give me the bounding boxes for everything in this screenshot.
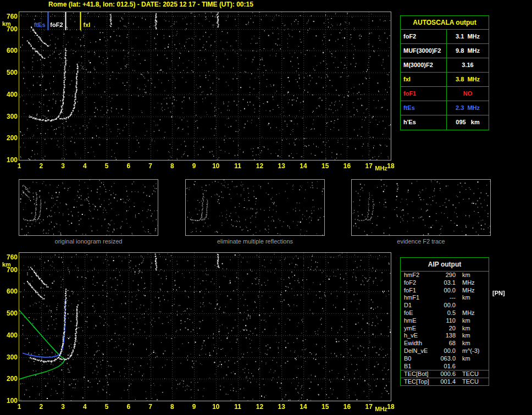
x-axis-tick: 11 — [232, 163, 243, 169]
autoscala-row-M(3000)F2: M(3000)F23.16 — [401, 58, 489, 73]
param-label: ymE — [401, 325, 435, 333]
param-unit: km — [456, 355, 470, 363]
aip-output-table: AIP output hmF2290kmfoF203.1MHzfoF100.0M… — [400, 257, 489, 386]
param-value: 3.1 MHz — [447, 30, 489, 43]
thumbnail-evidence-f2-trace — [351, 179, 491, 236]
x-axis-tick: 5 — [101, 403, 112, 410]
param-value: 3.16 — [447, 58, 489, 72]
aip-ionogram-plot — [19, 252, 391, 401]
y-axis-unit-label: km — [2, 261, 18, 268]
param-label: M(3000)F2 — [401, 58, 447, 72]
x-axis-tick: 10 — [210, 403, 221, 410]
param-value: 138 — [435, 332, 456, 340]
param-unit: m^(-3) — [456, 347, 479, 355]
param-value: NO — [447, 87, 489, 101]
param-unit: km — [456, 272, 470, 279]
param-label: B1 — [401, 363, 435, 370]
x-axis-tick: 4 — [79, 403, 90, 410]
param-label: foE — [401, 309, 435, 317]
aip-row-h_vE: h_vE138km — [401, 332, 489, 340]
param-unit: km — [456, 317, 470, 325]
param-value: 0.5 — [435, 309, 456, 317]
aip-table-header: AIP output — [401, 258, 489, 272]
param-label: MUF(3000)F2 — [401, 44, 447, 58]
autoscala-table-rows: foF23.1 MHzMUF(3000)F29.8 MHzM(3000)F23.… — [401, 30, 489, 130]
x-axis-tick: 18 — [385, 163, 396, 169]
param-label: hmE — [401, 317, 435, 325]
param-value: 20 — [435, 325, 456, 333]
param-value: 110 — [435, 317, 456, 325]
x-axis-tick: 4 — [79, 163, 90, 169]
param-label: h'Es — [401, 115, 447, 130]
param-unit — [456, 302, 462, 309]
x-axis-tick: 3 — [58, 403, 69, 410]
x-axis-tick: 16 — [341, 163, 352, 169]
x-axis-tick: 13 — [276, 403, 287, 410]
x-axis-tick: 10 — [210, 163, 221, 169]
aip-row-B1: B101.6 — [401, 363, 489, 370]
y-axis-tick: 100 — [2, 157, 18, 163]
param-label: hmF1 — [401, 294, 435, 302]
param-value: 000.6 — [435, 370, 456, 378]
param-label: Ewidth — [401, 340, 435, 347]
param-unit: MHz — [456, 309, 475, 317]
x-axis-tick: 12 — [254, 403, 265, 410]
aip-row-foF2: foF203.1MHz — [401, 279, 489, 287]
y-axis-tick: 200 — [2, 375, 18, 382]
y-axis-tick: 600 — [2, 288, 18, 295]
x-axis-tick: 14 — [298, 163, 309, 169]
aip-row-foF1: foF100.0MHz — [401, 287, 489, 295]
param-label: hmF2 — [401, 272, 435, 279]
param-label: ftEs — [401, 101, 447, 115]
param-unit: TECU — [456, 370, 479, 378]
x-axis-tick: 5 — [101, 163, 112, 169]
y-axis-unit-label: km — [2, 20, 18, 27]
autoscala-row-fxI: fxI3.8 MHz — [401, 73, 489, 87]
autoscala-row-foF2: foF23.1 MHz — [401, 30, 489, 44]
x-axis-tick: 9 — [189, 163, 199, 169]
param-label: h_vE — [401, 332, 435, 340]
y-axis-tick: 200 — [2, 135, 18, 141]
aip-row-foE: foE0.5MHz — [401, 309, 489, 317]
param-unit — [456, 363, 462, 370]
x-axis-tick: 15 — [320, 403, 331, 410]
param-value: 00.0 — [435, 347, 456, 355]
param-label: TEC[Top] — [401, 378, 435, 385]
x-axis-tick: 13 — [276, 163, 287, 169]
thumbnail-caption: original ionogram resized — [19, 238, 158, 245]
autoscala-row-h'Es: h'Es095 km — [401, 115, 489, 130]
y-axis-tick: 600 — [2, 47, 18, 54]
y-axis-tick: 700 — [2, 267, 18, 273]
y-axis-tick: 100 — [2, 397, 18, 404]
param-label: foF2 — [401, 279, 435, 287]
x-axis-tick: 6 — [123, 403, 134, 410]
param-value: 063.0 — [435, 355, 456, 363]
autoscala-table-header: AUTOSCALA output — [401, 16, 489, 30]
aip-row-ymE: ymE20km — [401, 325, 489, 333]
param-unit: km — [456, 325, 470, 333]
x-axis-tick: 18 — [385, 403, 396, 410]
y-axis-tick: 300 — [2, 354, 18, 361]
x-axis-tick: 8 — [167, 163, 178, 169]
y-axis-tick: 700 — [2, 26, 18, 32]
param-label: D1 — [401, 302, 435, 309]
y-axis-tick: 760 — [2, 254, 18, 261]
aip-row-hmF2: hmF2290km — [401, 272, 489, 279]
aip-row-B0: B0063.0km — [401, 355, 489, 363]
autoscala-row-foF1: foF1NO — [401, 87, 489, 101]
y-axis-tick: 300 — [2, 113, 18, 120]
autoscala-row-ftEs: ftEs2.3 MHz — [401, 101, 489, 115]
pn-flag-note: [PN] — [492, 290, 505, 296]
param-unit: TECU — [456, 378, 479, 385]
x-axis-tick: 2 — [36, 163, 47, 169]
param-label: foF2 — [401, 30, 447, 43]
thumbnail-caption: evidence F2 trace — [352, 238, 490, 245]
page-title: Rome (lat: +41.8, lon: 012.5) - DATE: 20… — [48, 1, 253, 8]
param-label: foF1 — [401, 287, 435, 295]
x-axis-tick: 16 — [341, 403, 352, 410]
param-label: foF1 — [401, 87, 447, 101]
aip-row-DelN_vE: DelN_vE00.0m^(-3) — [401, 347, 489, 355]
y-axis-tick: 760 — [2, 13, 18, 20]
x-axis-tick: 7 — [145, 163, 156, 169]
aip-row-TEC[Top]: TEC[Top]001.4TECU — [401, 378, 489, 385]
